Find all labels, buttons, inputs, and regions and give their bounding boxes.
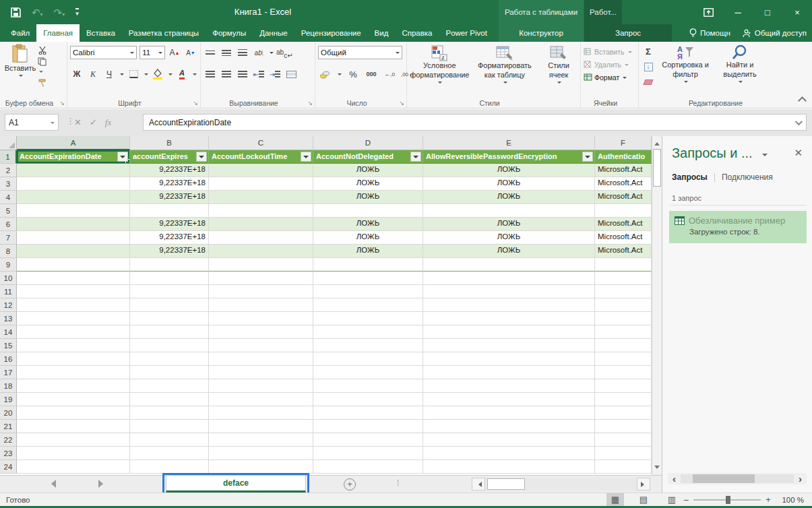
tab-разметка-страницы[interactable]: Разметка страницы — [122, 24, 206, 42]
cell-C11[interactable] — [209, 285, 313, 298]
cell-E8[interactable]: ЛОЖЬ — [423, 245, 595, 258]
sheet-tab-deface[interactable]: deface — [166, 476, 306, 493]
cell-B7[interactable]: 9,22337E+18 — [130, 231, 209, 245]
minimize-button[interactable]: ─ — [723, 0, 753, 24]
redo-icon[interactable]: ↷▾ — [54, 7, 65, 18]
column-header-E[interactable]: E — [423, 136, 595, 150]
cell-E21[interactable] — [423, 420, 595, 433]
cell-E10[interactable] — [423, 272, 595, 285]
wrap-text-icon[interactable]: abc↵ — [276, 46, 293, 59]
cell-B5[interactable] — [130, 204, 209, 218]
format-cells-button[interactable]: Формат — [594, 73, 619, 82]
cell-F24[interactable] — [595, 460, 652, 474]
cell-D15[interactable] — [313, 339, 423, 352]
cell-A12[interactable] — [17, 298, 130, 312]
zoom-slider[interactable] — [693, 499, 761, 501]
formula-input[interactable]: AccountExpirationDate — [143, 114, 807, 131]
row-number-20[interactable]: 20 — [0, 406, 17, 420]
cell-F10[interactable] — [595, 272, 652, 285]
cell-D4[interactable]: ЛОЖЬ — [313, 191, 423, 204]
cell-B18[interactable] — [130, 379, 209, 393]
align-left-icon[interactable] — [204, 67, 217, 81]
row-number-23[interactable]: 23 — [0, 447, 17, 460]
tab-вид[interactable]: Вид — [368, 24, 396, 42]
cell-D12[interactable] — [313, 298, 423, 312]
number-dialog-launcher[interactable]: ↘ — [399, 100, 404, 106]
cell-D18[interactable] — [313, 379, 423, 393]
cell-A3[interactable] — [17, 177, 130, 191]
cell-E6[interactable]: ЛОЖЬ — [423, 218, 595, 231]
row-number-24[interactable]: 24 — [0, 460, 17, 474]
fill-color-icon[interactable] — [151, 67, 164, 81]
cell-E3[interactable]: ЛОЖЬ — [423, 177, 595, 191]
cell-D7[interactable]: ЛОЖЬ — [313, 231, 423, 245]
copy-icon[interactable] — [38, 57, 47, 75]
increase-indent-icon[interactable]: ⇥ — [268, 67, 282, 81]
pane-scroll-thumb[interactable] — [693, 474, 755, 483]
filter-dropdown-icon[interactable] — [117, 152, 128, 162]
cell-D23[interactable] — [313, 447, 423, 460]
cell-A10[interactable] — [17, 272, 130, 285]
cell-F12[interactable] — [595, 298, 652, 312]
cell-F21[interactable] — [595, 420, 652, 433]
cell-D14[interactable] — [313, 325, 423, 339]
cell-C20[interactable] — [209, 406, 313, 420]
tab-scroll-splitter[interactable]: ⁞ — [397, 478, 399, 488]
share-button[interactable]: Общий доступ — [743, 29, 807, 38]
row-number-11[interactable]: 11 — [0, 285, 17, 298]
row-number-8[interactable]: 8 — [0, 245, 17, 258]
cell-D3[interactable]: ЛОЖЬ — [313, 177, 423, 191]
cell-D5[interactable] — [313, 204, 423, 218]
pane-scroll-right-icon[interactable]: › — [794, 473, 807, 484]
cell-C21[interactable] — [209, 420, 313, 433]
underline-dropdown[interactable] — [120, 73, 124, 77]
cell-E22[interactable] — [423, 433, 595, 447]
cell-B12[interactable] — [130, 298, 209, 312]
cell-B23[interactable] — [130, 447, 209, 460]
maximize-button[interactable]: □ — [753, 0, 782, 24]
customize-qat-icon[interactable]: ▾ — [75, 8, 79, 17]
cut-icon[interactable] — [38, 46, 47, 55]
number-format-select[interactable]: Общий — [318, 46, 402, 59]
font-name-select[interactable]: Calibri — [70, 46, 137, 59]
cell-B17[interactable] — [130, 366, 209, 379]
currency-icon[interactable] — [318, 67, 332, 81]
zoom-in-icon[interactable]: + — [766, 495, 771, 505]
cell-F11[interactable] — [595, 285, 652, 298]
normal-view-icon[interactable]: ▦ — [606, 493, 624, 506]
tab-file[interactable]: Файл — [4, 24, 36, 42]
insert-function-icon[interactable]: fx — [105, 117, 111, 128]
cell-C22[interactable] — [209, 433, 313, 447]
cancel-entry-icon[interactable]: ✕ — [74, 117, 82, 127]
cell-A21[interactable] — [17, 420, 130, 433]
cell-F2[interactable]: Microsoft.Act — [595, 164, 652, 177]
row-number-19[interactable]: 19 — [0, 393, 17, 406]
cell-C7[interactable] — [209, 231, 313, 245]
cell-F18[interactable] — [595, 379, 652, 393]
cell-F14[interactable] — [595, 325, 652, 339]
cell-E20[interactable] — [423, 406, 595, 420]
cell-F9[interactable] — [595, 258, 652, 272]
cell-E23[interactable] — [423, 447, 595, 460]
cell-F17[interactable] — [595, 366, 652, 379]
row-number-18[interactable]: 18 — [0, 379, 17, 393]
cell-D8[interactable]: ЛОЖЬ — [313, 245, 423, 258]
cell-A14[interactable] — [17, 325, 130, 339]
cell-B3[interactable]: 9,22337E+18 — [130, 177, 209, 191]
align-right-icon[interactable] — [236, 67, 249, 81]
row-number-15[interactable]: 15 — [0, 339, 17, 352]
new-sheet-icon[interactable]: + — [344, 478, 356, 490]
cell-B24[interactable] — [130, 460, 209, 474]
cell-A23[interactable] — [17, 447, 130, 460]
cell-D13[interactable] — [313, 312, 423, 325]
cell-A19[interactable] — [17, 393, 130, 406]
page-break-view-icon[interactable]: ▥ — [663, 493, 681, 506]
cell-F4[interactable]: Microsoft.Act — [595, 191, 652, 204]
increase-font-icon[interactable]: A▲ — [168, 46, 181, 59]
cell-E9[interactable] — [423, 258, 595, 272]
bold-button[interactable]: Ж — [70, 67, 84, 81]
cell-styles-button[interactable]: Стили ячеек — [540, 45, 577, 97]
cell-A9[interactable] — [17, 258, 130, 272]
vertical-scrollbar[interactable] — [652, 136, 662, 475]
tab-формулы[interactable]: Формулы — [206, 24, 253, 42]
